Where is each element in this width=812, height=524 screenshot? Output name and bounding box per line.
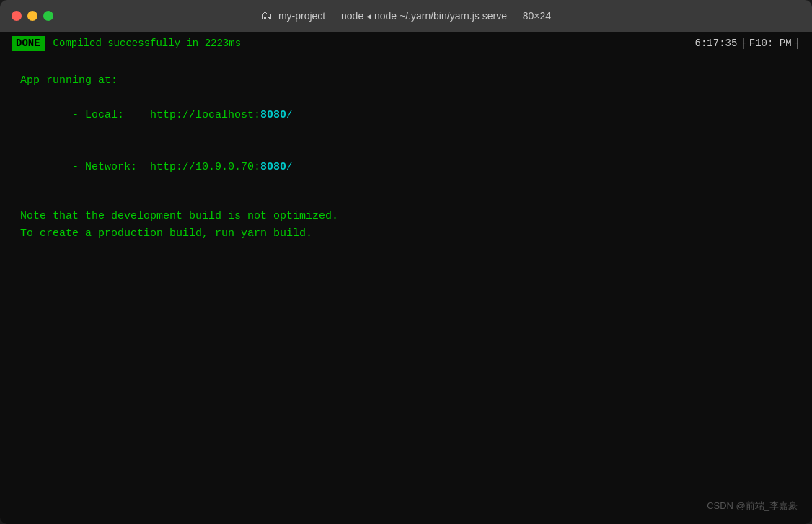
network-suffix: / [286, 161, 293, 173]
spacer [20, 193, 792, 208]
line-local: - Local: http://localhost:8080/ [20, 89, 792, 141]
line-build: To create a production build, run yarn b… [20, 225, 792, 243]
maximize-button[interactable] [43, 11, 53, 21]
status-right: 6:17:35 ├ F10: PM ┤ [695, 38, 800, 49]
terminal-body[interactable]: DONE Compiled successfully in 2223ms 6:1… [0, 32, 812, 524]
separator2: ┤ [795, 38, 800, 49]
local-prefix: - Local: http://localhost: [72, 109, 260, 121]
timestamp: 6:17:35 [695, 38, 738, 49]
local-port: 8080 [260, 109, 286, 121]
line-app-running: App running at: [20, 72, 792, 89]
network-port: 8080 [260, 161, 286, 173]
separator: ├ [740, 38, 746, 49]
line-note: Note that the development build is not o… [20, 208, 792, 225]
status-bar: DONE Compiled successfully in 2223ms 6:1… [0, 32, 812, 55]
f10-label: F10: PM [749, 38, 792, 49]
network-prefix: - Network: http://10.9.0.70: [72, 161, 260, 173]
status-left: DONE Compiled successfully in 2223ms [12, 36, 241, 51]
close-button[interactable] [12, 11, 22, 21]
minimize-button[interactable] [27, 11, 37, 21]
window-title: my-project — node ◂ node ~/.yarn/bin/yar… [278, 10, 551, 22]
line-network: - Network: http://10.9.0.70:8080/ [20, 141, 792, 193]
title-bar: 🗂 my-project — node ◂ node ~/.yarn/bin/y… [0, 0, 812, 32]
terminal-content: App running at: - Local: http://localhos… [0, 55, 812, 524]
watermark: CSDN @前端_李嘉豪 [707, 499, 798, 512]
status-message: Compiled successfully in 2223ms [53, 38, 241, 49]
title-bar-center: 🗂 my-project — node ◂ node ~/.yarn/bin/y… [261, 9, 551, 22]
terminal-window: 🗂 my-project — node ◂ node ~/.yarn/bin/y… [0, 0, 812, 524]
traffic-lights [12, 11, 53, 21]
local-suffix: / [286, 109, 293, 121]
folder-icon: 🗂 [261, 9, 273, 22]
done-badge: DONE [12, 36, 45, 51]
